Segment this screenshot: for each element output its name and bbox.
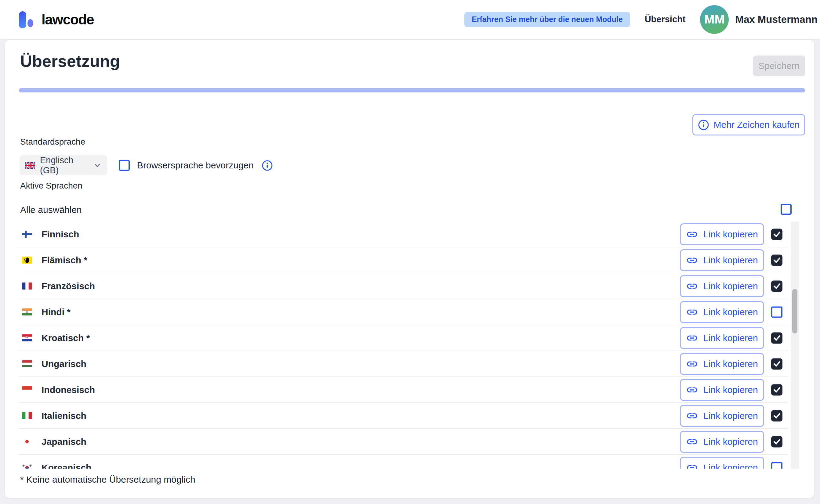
language-flag-icon bbox=[22, 412, 32, 419]
new-modules-promo-button[interactable]: Erfahren Sie mehr über die neuen Module bbox=[464, 12, 630, 27]
language-name: Französisch bbox=[42, 281, 95, 291]
copy-link-label: Link kopieren bbox=[703, 229, 758, 239]
default-language-label: Standardsprache bbox=[20, 137, 85, 147]
language-row: Ungarisch Link kopieren bbox=[19, 351, 788, 377]
copy-link-button[interactable]: Link kopieren bbox=[680, 301, 764, 323]
link-icon bbox=[686, 462, 698, 469]
copy-link-button[interactable]: Link kopieren bbox=[680, 327, 764, 349]
language-row: Hindi * Link kopieren bbox=[19, 299, 788, 325]
language-checkbox[interactable] bbox=[771, 436, 782, 447]
copy-link-button[interactable]: Link kopieren bbox=[680, 431, 764, 453]
link-icon bbox=[686, 358, 698, 370]
link-icon bbox=[686, 280, 698, 292]
language-flag-icon bbox=[22, 308, 32, 315]
language-checkbox[interactable] bbox=[771, 384, 782, 395]
language-row: Koreanisch Link kopieren bbox=[19, 455, 788, 469]
nav-overview-link[interactable]: Übersicht bbox=[645, 14, 686, 24]
copy-link-label: Link kopieren bbox=[703, 463, 758, 469]
info-icon[interactable] bbox=[262, 160, 273, 171]
copy-link-button[interactable]: Link kopieren bbox=[680, 275, 764, 297]
save-button[interactable]: Speichern bbox=[753, 56, 805, 76]
lawcode-logo[interactable]: lawcode bbox=[19, 9, 94, 30]
translation-card: Übersetzung Speichern Mehr Zeichen kaufe… bbox=[5, 40, 814, 498]
language-flag-icon bbox=[22, 231, 32, 238]
link-icon bbox=[686, 254, 698, 266]
link-icon bbox=[686, 436, 698, 448]
copy-link-label: Link kopieren bbox=[703, 385, 758, 395]
language-name: Hindi * bbox=[42, 307, 70, 317]
language-row: Flämisch * Link kopieren bbox=[19, 247, 788, 273]
page-title: Übersetzung bbox=[20, 52, 120, 70]
user-menu[interactable]: MM Max Mustermann bbox=[700, 5, 818, 34]
language-checkbox[interactable] bbox=[771, 280, 782, 292]
copy-link-label: Link kopieren bbox=[703, 307, 758, 317]
selected-language: Englisch (GB) bbox=[40, 155, 88, 175]
language-name: Indonesisch bbox=[42, 385, 95, 395]
language-name: Koreanisch bbox=[42, 463, 91, 469]
chevron-down-icon bbox=[93, 161, 102, 170]
copy-link-label: Link kopieren bbox=[703, 281, 758, 291]
footnote: * Keine automatische Übersetzung möglich bbox=[20, 474, 195, 485]
buy-more-characters-button[interactable]: Mehr Zeichen kaufen bbox=[692, 114, 805, 135]
copy-link-button[interactable]: Link kopieren bbox=[680, 353, 764, 375]
language-flag-icon bbox=[22, 360, 32, 367]
language-row: Japanisch Link kopieren bbox=[19, 429, 788, 455]
select-all-label: Alle auswählen bbox=[20, 205, 82, 215]
language-list: Finnisch Link kopieren Flämisch * Link k… bbox=[19, 221, 788, 469]
link-icon bbox=[686, 306, 698, 318]
language-name: Flämisch * bbox=[42, 255, 87, 265]
language-flag-icon bbox=[22, 386, 32, 393]
language-checkbox[interactable] bbox=[771, 410, 782, 421]
info-icon bbox=[698, 119, 709, 131]
language-flag-icon bbox=[22, 334, 32, 341]
language-flag-icon bbox=[22, 283, 32, 290]
language-name: Finnisch bbox=[42, 229, 79, 239]
link-icon bbox=[686, 384, 698, 396]
language-checkbox[interactable] bbox=[771, 358, 782, 369]
active-languages-label: Aktive Sprachen bbox=[20, 181, 82, 191]
browser-language-checkbox[interactable] bbox=[119, 160, 130, 171]
copy-link-label: Link kopieren bbox=[703, 359, 758, 369]
language-row: Französisch Link kopieren bbox=[19, 273, 788, 299]
language-row: Indonesisch Link kopieren bbox=[19, 377, 788, 403]
language-checkbox[interactable] bbox=[771, 229, 782, 240]
language-flag-icon bbox=[22, 257, 32, 264]
browser-language-label: Browsersprache bevorzugen bbox=[137, 160, 254, 171]
avatar[interactable]: MM bbox=[700, 5, 729, 34]
language-name: Kroatisch * bbox=[42, 333, 90, 343]
lawcode-logo-icon bbox=[19, 9, 38, 30]
language-row: Italienisch Link kopieren bbox=[19, 403, 788, 429]
language-name: Italienisch bbox=[42, 411, 86, 421]
logo-text: lawcode bbox=[42, 11, 94, 28]
character-usage-bar bbox=[19, 88, 805, 92]
list-scrollbar-thumb[interactable] bbox=[792, 289, 797, 333]
copy-link-button[interactable]: Link kopieren bbox=[680, 223, 764, 245]
app-header: lawcode Erfahren Sie mehr über die neuen… bbox=[0, 0, 820, 39]
language-flag-icon bbox=[22, 464, 32, 469]
select-all-checkbox[interactable] bbox=[781, 204, 792, 215]
copy-link-button[interactable]: Link kopieren bbox=[680, 457, 764, 469]
copy-link-button[interactable]: Link kopieren bbox=[680, 405, 764, 427]
language-checkbox[interactable] bbox=[771, 254, 782, 266]
default-language-select[interactable]: Englisch (GB) bbox=[20, 155, 107, 175]
language-checkbox[interactable] bbox=[771, 462, 782, 469]
language-name: Ungarisch bbox=[42, 359, 86, 369]
language-name: Japanisch bbox=[42, 437, 86, 447]
copy-link-label: Link kopieren bbox=[703, 437, 758, 447]
user-name: Max Mustermann bbox=[735, 14, 818, 25]
link-icon bbox=[686, 332, 698, 344]
language-flag-icon bbox=[22, 438, 32, 445]
copy-link-label: Link kopieren bbox=[703, 255, 758, 265]
buy-more-label: Mehr Zeichen kaufen bbox=[714, 120, 800, 130]
language-row: Kroatisch * Link kopieren bbox=[19, 325, 788, 351]
uk-flag-icon bbox=[25, 162, 35, 169]
copy-link-button[interactable]: Link kopieren bbox=[680, 249, 764, 271]
language-checkbox[interactable] bbox=[771, 332, 782, 344]
copy-link-label: Link kopieren bbox=[703, 411, 758, 421]
language-checkbox[interactable] bbox=[771, 306, 782, 318]
list-scrollbar[interactable] bbox=[791, 221, 799, 469]
link-icon bbox=[686, 410, 698, 422]
copy-link-button[interactable]: Link kopieren bbox=[680, 379, 764, 401]
language-row: Finnisch Link kopieren bbox=[19, 221, 788, 247]
copy-link-label: Link kopieren bbox=[703, 333, 758, 343]
